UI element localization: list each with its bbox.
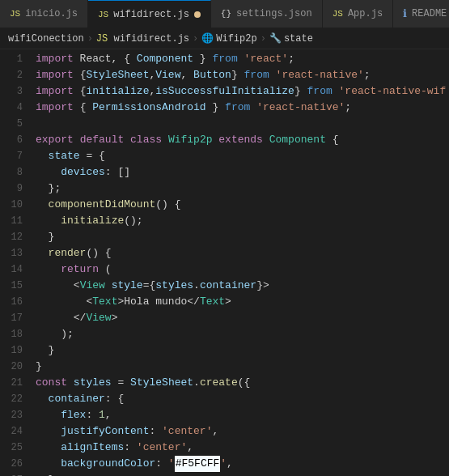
- code-line: state = {: [36, 148, 449, 164]
- breadcrumb-item[interactable]: JS wifidirect.js: [96, 33, 189, 45]
- breadcrumb-item[interactable]: 🌐 Wifip2p: [201, 32, 256, 45]
- code-line: };: [36, 181, 449, 197]
- code-line: container: {: [36, 391, 449, 407]
- code-line: alignItems: 'center',: [36, 440, 449, 456]
- code-line: }: [36, 229, 449, 245]
- code-line: componentDidMount() {: [36, 197, 449, 213]
- code-line: }: [36, 342, 449, 359]
- breadcrumb-sep: ›: [87, 33, 93, 45]
- code-line: }: [36, 359, 449, 375]
- code-line: justifyContent: 'center',: [36, 423, 449, 440]
- code-line: import {initialize,isSuccessfulInitializ…: [36, 83, 449, 100]
- code-line: flex: 1,: [36, 407, 449, 423]
- breadcrumb-sep: ›: [261, 33, 266, 45]
- tab-label: settings.json: [236, 8, 312, 19]
- editor: 1234 5678 9101112 13141516 17181920 2122…: [0, 49, 449, 476]
- code-line: import { PermissionsAndroid } from 'reac…: [36, 100, 449, 116]
- line-numbers: 1234 5678 9101112 13141516 17181920 2122…: [0, 49, 29, 476]
- js-icon: JS: [98, 10, 108, 19]
- tab-label: App.js: [348, 8, 383, 19]
- tab-label: wifidirect.js: [113, 9, 189, 20]
- js-icon: JS: [10, 9, 20, 19]
- code-line: <Text>Hola mundo</Text>: [36, 294, 449, 310]
- modified-dot: [194, 11, 201, 18]
- code-line: import {StyleSheet,View, Button} from 'r…: [36, 67, 449, 83]
- breadcrumb-item[interactable]: wifiConection: [8, 33, 84, 45]
- breadcrumb-sep: ›: [193, 33, 198, 45]
- code-line: return (: [36, 261, 449, 278]
- code-line: import React, { Component } from 'react'…: [36, 51, 449, 67]
- code-area: import React, { Component } from 'react'…: [29, 49, 449, 476]
- code-line: initialize();: [36, 213, 449, 229]
- breadcrumb-item[interactable]: 🔧 state: [269, 32, 313, 45]
- tab-bar: JS inicio.js JS wifidirect.js {} setting…: [0, 0, 449, 28]
- js-icon: JS: [333, 9, 343, 19]
- code-line: <View style={styles.container}>: [36, 278, 449, 294]
- tab-label: inicio.js: [25, 8, 78, 19]
- tab-wifidirect[interactable]: JS wifidirect.js: [88, 0, 211, 28]
- code-line: );: [36, 326, 449, 342]
- tab-settings[interactable]: {} settings.json: [211, 0, 323, 28]
- tab-label: README: [412, 8, 447, 19]
- tab-app[interactable]: JS App.js: [323, 0, 393, 28]
- code-line: devices: []: [36, 164, 449, 181]
- code-line: [36, 116, 449, 132]
- tab-inicio[interactable]: JS inicio.js: [0, 0, 88, 28]
- info-icon: ℹ: [403, 7, 407, 20]
- code-line: backgroundColor: '#F5FCFF',: [36, 456, 449, 472]
- code-line: export default class Wifip2p extends Com…: [36, 132, 449, 148]
- code-line: const styles = StyleSheet.create({: [36, 375, 449, 391]
- code-line: </View>: [36, 310, 449, 326]
- tab-readme[interactable]: ℹ README: [393, 0, 449, 28]
- code-line: render() {: [36, 245, 449, 261]
- json-icon: {}: [221, 9, 231, 19]
- code-line: }: [36, 472, 449, 476]
- breadcrumb: wifiConection › JS wifidirect.js › 🌐 Wif…: [0, 28, 449, 49]
